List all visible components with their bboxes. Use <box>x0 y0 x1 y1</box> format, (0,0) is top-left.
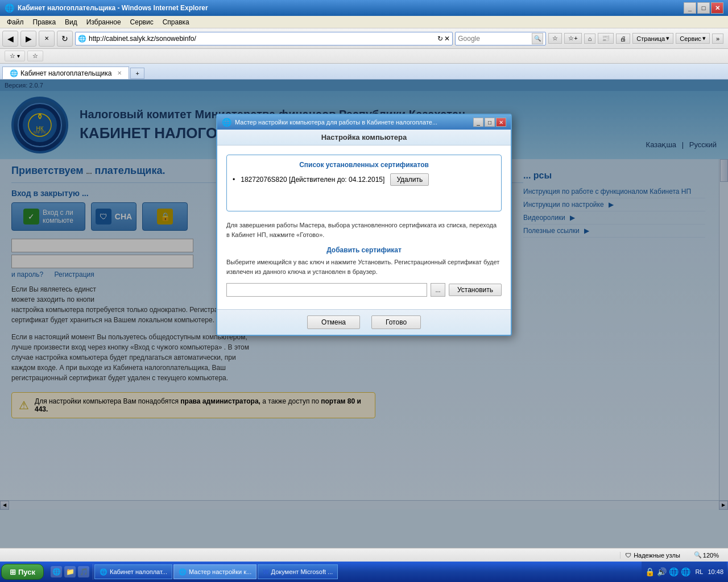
print-button[interactable]: 🖨 <box>616 34 630 44</box>
active-tab[interactable]: 🌐 Кабинет налогоплательщика ✕ <box>2 66 129 79</box>
address-delete-icon[interactable]: ✕ <box>444 35 450 43</box>
modal-title: Мастер настройки компьютера для работы в… <box>235 119 473 126</box>
tray-time: 10:48 <box>708 568 723 575</box>
maximize-button[interactable]: □ <box>697 2 710 14</box>
address-icon: 🌐 <box>78 35 86 43</box>
status-right: 🛡 Надежные узлы 🔍 120% <box>620 551 723 559</box>
taskbar-item-0[interactable]: 🌐 Кабинет налоплат... <box>94 564 172 579</box>
zoom-level: 120% <box>703 552 719 559</box>
tray-clock: 10:48 <box>708 568 723 575</box>
taskbar-icon-0: 🌐 <box>100 568 107 576</box>
taskbar-label-1: Мастер настройки к... <box>189 568 251 575</box>
win-taskbar: ⊞ Пуск 🌐 📁 🎵 🌐 Кабинет налоплат... 🌐 Мас… <box>0 562 728 582</box>
instructions-text: Для завершения работы Мастера, выбора ус… <box>226 221 502 239</box>
favorites-bar: ☆ ▾ ☆ <box>0 49 728 64</box>
ie-toolbar: ◀ ▶ ✕ ↻ 🌐 ↻ ✕ 🔍 ☆ ☆+ ⌂ 📰 🖨 Страница ▾ Се… <box>0 28 728 49</box>
search-button[interactable]: 🔍 <box>532 33 543 44</box>
modal-dialog: 🌐 Мастер настройки компьютера для работы… <box>216 114 512 336</box>
address-bar: 🌐 ↻ ✕ <box>75 32 453 45</box>
taskbar-item-2[interactable]: W Документ Microsoft ... <box>258 564 338 579</box>
zone-info: 🛡 Надежные узлы <box>620 552 685 559</box>
new-tab-button[interactable]: + <box>130 68 144 79</box>
quick-launch: 🌐 📁 🎵 <box>47 564 93 580</box>
service-label: Сервис <box>680 35 701 42</box>
zone-icon: 🛡 <box>625 552 631 559</box>
modal-footer: Отмена Готово <box>217 309 511 335</box>
modal-header: Настройка компьютера <box>217 130 511 146</box>
cert-bullet: • <box>233 176 235 184</box>
page-button[interactable]: Страница ▾ <box>632 33 673 44</box>
windows-icon: ⊞ <box>10 568 16 576</box>
service-button[interactable]: Сервис ▾ <box>676 33 710 44</box>
modal-controls: _ □ ✕ <box>473 118 506 127</box>
add-favorites-bar-button[interactable]: ☆ ▾ <box>5 51 25 61</box>
zone-text: Надежные узлы <box>634 552 680 559</box>
favorites-button[interactable]: ☆ <box>548 33 562 44</box>
start-button[interactable]: ⊞ Пуск <box>1 564 44 580</box>
ie-icon: 🌐 <box>5 3 14 13</box>
taskbar-item-1[interactable]: 🌐 Мастер настройки к... <box>173 564 257 579</box>
window-title: Кабинет налогоплательщика - Windows Inte… <box>18 4 684 12</box>
favorites-bar-button[interactable]: ☆ <box>27 51 43 61</box>
zoom-info: 🔍 120% <box>689 551 723 559</box>
stop-button[interactable]: ✕ <box>39 31 55 47</box>
done-button[interactable]: Готово <box>371 315 421 329</box>
cert-install-row: ... Установить <box>226 283 502 297</box>
add-cert-instructions: Выберите имеющийся у вас ключ и нажмите … <box>226 257 502 276</box>
delete-cert-button[interactable]: Удалить <box>390 173 429 186</box>
ql-ie-icon[interactable]: 🌐 <box>51 566 62 577</box>
menubar: Файл Правка Вид Избранное Сервис Справка <box>0 16 728 28</box>
menu-help[interactable]: Справка <box>158 17 194 27</box>
tab-close-icon[interactable]: ✕ <box>117 70 122 76</box>
menu-edit[interactable]: Правка <box>28 17 61 27</box>
zoom-icon: 🔍 <box>694 551 702 559</box>
close-button[interactable]: ✕ <box>711 2 723 14</box>
ql-media-icon[interactable]: 🎵 <box>78 566 89 577</box>
address-refresh-icon[interactable]: ↻ <box>437 35 443 43</box>
taskbar-icon-2: W <box>263 568 268 575</box>
tab-label: Кабинет налогоплательщика <box>20 69 111 77</box>
menu-view[interactable]: Вид <box>60 17 82 27</box>
search-input[interactable] <box>458 35 532 43</box>
tray-ie-icon[interactable]: 🌐 <box>681 567 690 576</box>
taskbar-label-0: Кабинет налоплат... <box>110 568 167 575</box>
tray-icon-3[interactable]: 🌐 <box>669 567 679 576</box>
cancel-button[interactable]: Отмена <box>307 315 360 329</box>
ie-statusbar: 🛡 Надежные узлы 🔍 120% <box>0 548 728 562</box>
browse-button[interactable]: ... <box>431 283 445 297</box>
modal-maximize-button[interactable]: □ <box>485 118 495 127</box>
tray-icon-2[interactable]: 🔊 <box>657 567 667 576</box>
cert-value[interactable]: 18272076S820 [Действителен до: 04.12.201… <box>241 176 384 184</box>
add-cert-title: Добавить сертификат <box>226 246 502 254</box>
more-button[interactable]: » <box>712 34 723 44</box>
refresh-button[interactable]: ↻ <box>57 31 73 47</box>
taskbar-icon-1: 🌐 <box>179 568 187 576</box>
tab-icon: 🌐 <box>10 69 18 77</box>
add-favorites-button[interactable]: ☆+ <box>564 33 581 44</box>
menu-favorites[interactable]: Избранное <box>82 17 126 27</box>
install-button[interactable]: Установить <box>449 284 502 296</box>
cert-item: • 18272076S820 [Действителен до: 04.12.2… <box>233 173 495 186</box>
feeds-button[interactable]: 📰 <box>598 33 614 44</box>
window-titlebar: 🌐 Кабинет налогоплательщика - Windows In… <box>0 0 728 16</box>
menu-tools[interactable]: Сервис <box>126 17 158 27</box>
window-controls: _ □ ✕ <box>684 2 723 14</box>
taskbar-label-2: Документ Microsoft ... <box>271 568 333 575</box>
home-button[interactable]: ⌂ <box>584 34 596 44</box>
menu-file[interactable]: Файл <box>2 17 28 27</box>
back-button[interactable]: ◀ <box>2 31 18 47</box>
forward-button[interactable]: ▶ <box>20 31 36 47</box>
tray-icon-1[interactable]: 🔒 <box>645 567 655 576</box>
modal-icon: 🌐 <box>222 118 231 127</box>
cert-path-input[interactable] <box>226 283 427 297</box>
page-container: Версия: 2.0.7 ⚱ НК МФ РК Налоговый комит… <box>0 80 728 548</box>
modal-close-button[interactable]: ✕ <box>496 118 506 127</box>
minimize-button[interactable]: _ <box>684 2 696 14</box>
modal-titlebar: 🌐 Мастер настройки компьютера для работы… <box>217 115 511 130</box>
cert-list-section: Список установленных сертификатов • 1827… <box>226 155 502 211</box>
address-input[interactable] <box>89 35 435 43</box>
ql-folder-icon[interactable]: 📁 <box>64 566 76 577</box>
modal-minimize-button[interactable]: _ <box>473 118 483 127</box>
system-tray: 🔒 🔊 🌐 🌐 RL 10:48 <box>642 562 727 582</box>
cert-list-title: Список установленных сертификатов <box>233 161 495 169</box>
